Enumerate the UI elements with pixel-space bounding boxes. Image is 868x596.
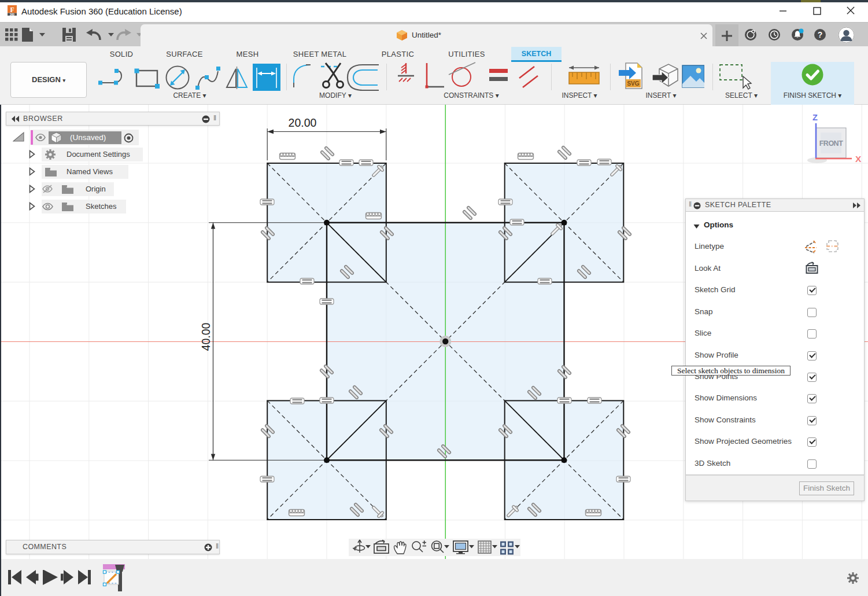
svg-text:SVG: SVG [627,80,639,87]
svg-text:20.00: 20.00 [289,116,317,129]
svg-text:F: F [10,6,14,13]
svg-text:X: X [855,154,862,164]
svg-text:360: 360 [10,13,14,16]
svg-text:Z: Z [812,113,818,122]
svg-text:?: ? [818,30,823,39]
svg-text:40.00: 40.00 [200,322,212,351]
svg-text:FRONT: FRONT [819,139,843,148]
